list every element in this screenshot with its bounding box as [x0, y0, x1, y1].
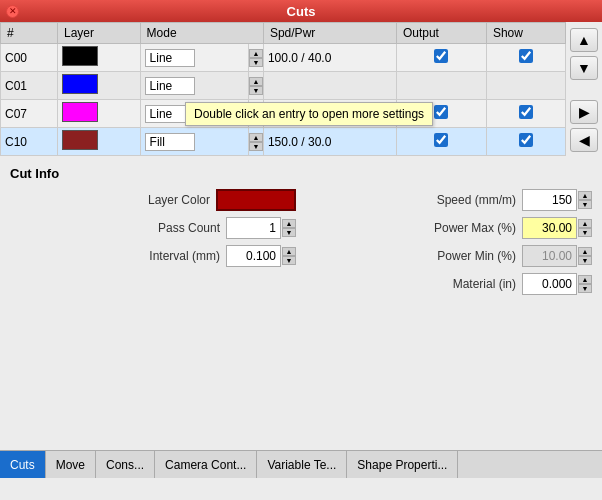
side-buttons: ▲ ▼ ▶ ◀ — [566, 22, 602, 158]
row-show[interactable] — [486, 72, 565, 100]
row-color[interactable] — [57, 100, 140, 128]
mode-up[interactable]: ▲ — [249, 105, 263, 114]
row-show[interactable] — [486, 128, 565, 156]
col-header-show: Show — [486, 23, 565, 44]
speed-down[interactable]: ▼ — [578, 200, 592, 209]
speed-label: Speed (mm/m) — [437, 193, 516, 207]
cuts-table-section: # Layer Mode Spd/Pwr Output Show C00Line… — [0, 22, 602, 158]
material-down[interactable]: ▼ — [578, 284, 592, 293]
row-mode[interactable]: Line — [140, 44, 248, 72]
mode-up[interactable]: ▲ — [249, 77, 263, 86]
pass-count-down[interactable]: ▼ — [282, 228, 296, 237]
power-min-down[interactable]: ▼ — [578, 256, 592, 265]
mode-spinner[interactable]: ▲▼ — [248, 72, 263, 100]
power-min-input[interactable] — [522, 245, 577, 267]
move-down-button[interactable]: ▼ — [570, 56, 598, 80]
speed-spinner: ▲ ▼ — [578, 191, 592, 209]
mode-spinner[interactable]: ▲▼ — [248, 100, 263, 128]
mode-up[interactable]: ▲ — [249, 133, 263, 142]
mode-spinner[interactable]: ▲▼ — [248, 128, 263, 156]
material-up[interactable]: ▲ — [578, 275, 592, 284]
table-row[interactable]: C10Fill▲▼150.0 / 30.0 — [1, 128, 566, 156]
material-input[interactable] — [522, 273, 577, 295]
bottom-tabs: CutsMoveCons...Camera Cont...Variable Te… — [0, 450, 602, 478]
col-header-hash: # — [1, 23, 58, 44]
pass-count-input[interactable] — [226, 217, 281, 239]
cut-info-title: Cut Info — [10, 166, 592, 181]
interval-label: Interval (mm) — [149, 249, 220, 263]
row-mode[interactable]: Line — [140, 100, 248, 128]
power-max-input[interactable] — [522, 217, 577, 239]
show-checkbox[interactable] — [519, 133, 533, 147]
tab-variablete[interactable]: Variable Te... — [257, 451, 347, 478]
layer-color-input-wrap — [216, 189, 296, 211]
mode-down[interactable]: ▼ — [249, 114, 263, 123]
pass-count-spinner: ▲ ▼ — [282, 219, 296, 237]
speed-row: Speed (mm/m) ▲ ▼ — [306, 189, 592, 211]
tab-cuts[interactable]: Cuts — [0, 451, 46, 478]
power-max-down[interactable]: ▼ — [578, 228, 592, 237]
layer-color-swatch — [62, 130, 98, 150]
mode-label: Line — [145, 77, 195, 95]
show-checkbox[interactable] — [519, 49, 533, 63]
output-checkbox[interactable] — [434, 133, 448, 147]
interval-down[interactable]: ▼ — [282, 256, 296, 265]
row-show[interactable] — [486, 100, 565, 128]
row-color[interactable] — [57, 128, 140, 156]
col-header-output: Output — [396, 23, 486, 44]
cuts-table-container: # Layer Mode Spd/Pwr Output Show C00Line… — [0, 22, 566, 158]
speed-up[interactable]: ▲ — [578, 191, 592, 200]
speed-input[interactable] — [522, 189, 577, 211]
pass-count-row: Pass Count ▲ ▼ — [10, 217, 296, 239]
col-header-spdpwr: Spd/Pwr — [263, 23, 396, 44]
row-id: C01 — [1, 72, 58, 100]
cuts-table: # Layer Mode Spd/Pwr Output Show C00Line… — [0, 22, 566, 156]
output-checkbox[interactable] — [434, 49, 448, 63]
tab-cons[interactable]: Cons... — [96, 451, 155, 478]
row-show[interactable] — [486, 44, 565, 72]
power-max-up[interactable]: ▲ — [578, 219, 592, 228]
interval-input[interactable] — [226, 245, 281, 267]
move-right-button[interactable]: ▶ — [570, 100, 598, 124]
cut-info-section: Cut Info Layer Color Pass Count ▲ — [0, 158, 602, 450]
title-bar: ✕ Cuts — [0, 0, 602, 22]
show-checkbox[interactable] — [519, 105, 533, 119]
tab-move[interactable]: Move — [46, 451, 96, 478]
row-output[interactable] — [396, 100, 486, 128]
layer-color-swatch[interactable] — [216, 189, 296, 211]
table-row[interactable]: C01Line▲▼ — [1, 72, 566, 100]
row-mode[interactable]: Line — [140, 72, 248, 100]
row-output[interactable] — [396, 128, 486, 156]
power-min-up[interactable]: ▲ — [578, 247, 592, 256]
power-min-input-wrap: ▲ ▼ — [522, 245, 592, 267]
interval-up[interactable]: ▲ — [282, 247, 296, 256]
table-row[interactable]: C07Line▲▼100.0 / 40.0 — [1, 100, 566, 128]
material-input-wrap: ▲ ▼ — [522, 273, 592, 295]
row-color[interactable] — [57, 44, 140, 72]
mode-down[interactable]: ▼ — [249, 86, 263, 95]
row-spdpwr: 100.0 / 40.0 — [263, 44, 396, 72]
pass-count-up[interactable]: ▲ — [282, 219, 296, 228]
power-max-spinner: ▲ ▼ — [578, 219, 592, 237]
row-output[interactable] — [396, 72, 486, 100]
row-mode[interactable]: Fill — [140, 128, 248, 156]
row-color[interactable] — [57, 72, 140, 100]
mode-down[interactable]: ▼ — [249, 142, 263, 151]
interval-row: Interval (mm) ▲ ▼ — [10, 245, 296, 267]
table-row[interactable]: C00Line▲▼100.0 / 40.0 — [1, 44, 566, 72]
row-output[interactable] — [396, 44, 486, 72]
col-header-mode: Mode — [140, 23, 263, 44]
interval-input-wrap: ▲ ▼ — [226, 245, 296, 267]
power-min-spinner: ▲ ▼ — [578, 247, 592, 265]
mode-down[interactable]: ▼ — [249, 58, 263, 67]
tab-shapeproperti[interactable]: Shape Properti... — [347, 451, 458, 478]
tab-cameracont[interactable]: Camera Cont... — [155, 451, 257, 478]
output-checkbox[interactable] — [434, 105, 448, 119]
layer-color-swatch — [62, 102, 98, 122]
move-left-button[interactable]: ◀ — [570, 128, 598, 152]
close-button[interactable]: ✕ — [6, 5, 19, 18]
power-max-label: Power Max (%) — [434, 221, 516, 235]
mode-spinner[interactable]: ▲▼ — [248, 44, 263, 72]
move-up-button[interactable]: ▲ — [570, 28, 598, 52]
mode-up[interactable]: ▲ — [249, 49, 263, 58]
